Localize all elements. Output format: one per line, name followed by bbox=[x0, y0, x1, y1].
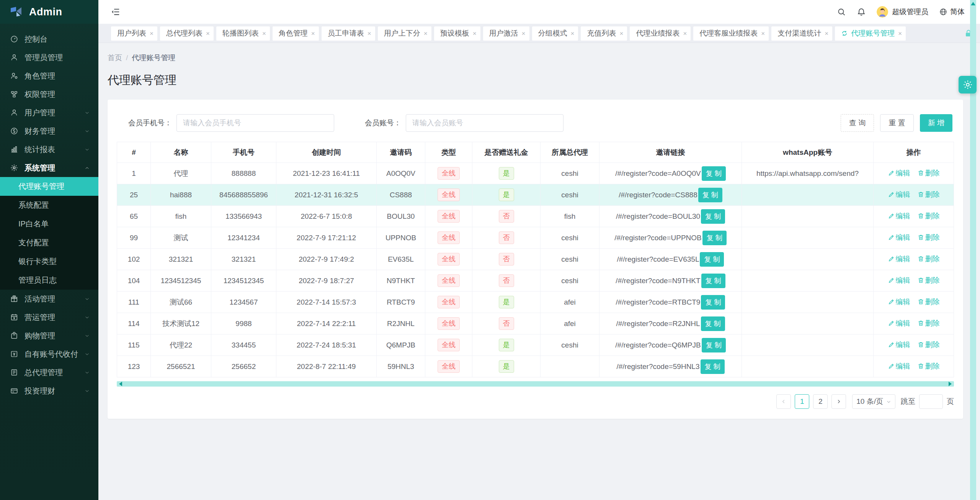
add-button[interactable]: 新 增 bbox=[920, 114, 952, 132]
tab-close-icon[interactable]: × bbox=[522, 30, 526, 37]
tab-close-icon[interactable]: × bbox=[206, 30, 210, 37]
tab-close-icon[interactable]: × bbox=[761, 30, 765, 37]
settings-fab[interactable] bbox=[959, 76, 977, 93]
tab-4[interactable]: 员工申请表× bbox=[322, 26, 375, 41]
sidebar-subitem-2[interactable]: IP白名单 bbox=[0, 215, 98, 233]
sidebar-item-12[interactable]: 总代理管理 bbox=[0, 363, 98, 382]
sidebar-item-0[interactable]: 控制台 bbox=[0, 30, 98, 48]
copy-button[interactable]: 复 制 bbox=[698, 188, 722, 202]
tab-7[interactable]: 用户激活× bbox=[483, 26, 529, 41]
sidebar-item-10[interactable]: 购物管理 bbox=[0, 326, 98, 345]
tab-close-icon[interactable]: × bbox=[619, 30, 623, 37]
tab-5[interactable]: 用户上下分× bbox=[378, 26, 431, 41]
tab-2[interactable]: 轮播图列表× bbox=[216, 26, 270, 41]
sidebar-item-7[interactable]: 系统管理 bbox=[0, 159, 98, 177]
delete-link[interactable]: 删除 bbox=[917, 168, 940, 178]
next-page-button[interactable] bbox=[831, 394, 846, 409]
edit-link[interactable]: 编辑 bbox=[888, 211, 910, 221]
copy-button[interactable]: 复 制 bbox=[702, 166, 726, 181]
copy-button[interactable]: 复 制 bbox=[701, 359, 725, 374]
sidebar-item-5[interactable]: 财务管理 bbox=[0, 122, 98, 140]
tab-12[interactable]: 支付渠道统计× bbox=[771, 26, 832, 41]
sidebar-item-4[interactable]: 用户管理 bbox=[0, 103, 98, 122]
tab-3[interactable]: 角色管理× bbox=[273, 26, 319, 41]
copy-button[interactable]: 复 制 bbox=[701, 209, 725, 224]
sidebar-subitem-0[interactable]: 代理账号管理 bbox=[0, 177, 98, 196]
delete-link[interactable]: 删除 bbox=[917, 254, 940, 264]
delete-link[interactable]: 删除 bbox=[917, 340, 940, 350]
sidebar-subitem-5[interactable]: 管理员日志 bbox=[0, 271, 98, 290]
scroll-up-icon[interactable] bbox=[971, 2, 975, 5]
sidebar-subitem-1[interactable]: 系统配置 bbox=[0, 196, 98, 215]
tab-close-icon[interactable]: × bbox=[311, 30, 315, 37]
delete-link[interactable]: 删除 bbox=[917, 211, 940, 221]
delete-link[interactable]: 删除 bbox=[917, 297, 940, 307]
edit-link[interactable]: 编辑 bbox=[888, 233, 910, 243]
sidebar-item-2[interactable]: 角色管理 bbox=[0, 67, 98, 85]
sidebar-item-6[interactable]: 统计报表 bbox=[0, 140, 98, 159]
prev-page-button[interactable] bbox=[776, 394, 791, 409]
copy-button[interactable]: 复 制 bbox=[701, 274, 725, 288]
tab-9[interactable]: 充值列表× bbox=[581, 26, 627, 41]
jump-page-input[interactable] bbox=[919, 394, 943, 409]
tab-close-icon[interactable]: × bbox=[150, 30, 154, 37]
scroll-left-icon[interactable] bbox=[119, 382, 122, 386]
reset-button[interactable]: 重 置 bbox=[880, 114, 913, 132]
breadcrumb-home[interactable]: 首页 bbox=[108, 53, 122, 63]
tab-close-icon[interactable]: × bbox=[424, 30, 428, 37]
sidebar-item-11[interactable]: 自有账号代收付 bbox=[0, 345, 98, 363]
tab-close-icon[interactable]: × bbox=[571, 30, 575, 37]
account-input[interactable] bbox=[406, 114, 564, 132]
copy-button[interactable]: 复 制 bbox=[701, 295, 725, 310]
query-button[interactable]: 查 询 bbox=[841, 114, 874, 132]
tab-10[interactable]: 代理业绩报表× bbox=[630, 26, 691, 41]
tab-6[interactable]: 预设模板× bbox=[434, 26, 480, 41]
edit-link[interactable]: 编辑 bbox=[888, 361, 910, 371]
tab-close-icon[interactable]: × bbox=[825, 30, 828, 37]
user-menu[interactable]: 超级管理员 bbox=[877, 6, 928, 18]
bell-icon[interactable] bbox=[857, 7, 866, 16]
copy-button[interactable]: 复 制 bbox=[700, 252, 724, 267]
tab-close-icon[interactable]: × bbox=[898, 30, 902, 37]
sidebar-item-8[interactable]: 活动管理 bbox=[0, 290, 98, 308]
edit-link[interactable]: 编辑 bbox=[888, 297, 910, 307]
tab-0[interactable]: 用户列表× bbox=[111, 26, 157, 41]
copy-button[interactable]: 复 制 bbox=[702, 231, 727, 245]
delete-link[interactable]: 删除 bbox=[917, 233, 940, 243]
delete-link[interactable]: 删除 bbox=[917, 361, 940, 371]
tab-close-icon[interactable]: × bbox=[683, 30, 687, 37]
edit-link[interactable]: 编辑 bbox=[888, 190, 910, 200]
vertical-scrollbar[interactable] bbox=[970, 0, 976, 500]
copy-button[interactable]: 复 制 bbox=[702, 338, 726, 352]
scroll-right-icon[interactable] bbox=[949, 382, 952, 386]
delete-link[interactable]: 删除 bbox=[917, 190, 940, 200]
delete-link[interactable]: 删除 bbox=[917, 275, 940, 285]
sidebar-subitem-3[interactable]: 支付配置 bbox=[0, 233, 98, 252]
sidebar-item-9[interactable]: 营运管理 bbox=[0, 308, 98, 326]
delete-link[interactable]: 删除 bbox=[917, 318, 940, 328]
edit-link[interactable]: 编辑 bbox=[888, 275, 910, 285]
page-button-1[interactable]: 1 bbox=[795, 394, 809, 409]
tab-8[interactable]: 分组模式× bbox=[532, 26, 578, 41]
page-size-select[interactable]: 10 条/页 bbox=[852, 394, 895, 409]
sidebar-subitem-4[interactable]: 银行卡类型 bbox=[0, 252, 98, 271]
tab-1[interactable]: 总代理列表× bbox=[160, 26, 214, 41]
search-icon[interactable] bbox=[837, 7, 846, 16]
sidebar-collapse-icon[interactable] bbox=[111, 7, 121, 17]
phone-input[interactable] bbox=[176, 114, 334, 132]
edit-link[interactable]: 编辑 bbox=[888, 340, 910, 350]
page-button-2[interactable]: 2 bbox=[813, 394, 828, 409]
tab-close-icon[interactable]: × bbox=[368, 30, 371, 37]
horizontal-scrollbar[interactable] bbox=[117, 381, 954, 387]
edit-link[interactable]: 编辑 bbox=[888, 168, 910, 178]
tab-close-icon[interactable]: × bbox=[262, 30, 266, 37]
sidebar-item-3[interactable]: 权限管理 bbox=[0, 85, 98, 103]
edit-link[interactable]: 编辑 bbox=[888, 254, 910, 264]
tab-close-icon[interactable]: × bbox=[473, 30, 477, 37]
copy-button[interactable]: 复 制 bbox=[701, 316, 725, 331]
edit-link[interactable]: 编辑 bbox=[888, 318, 910, 328]
sidebar-item-1[interactable]: 管理员管理 bbox=[0, 48, 98, 67]
language-switch[interactable]: 简体 bbox=[939, 7, 965, 17]
sidebar-item-13[interactable]: 投资理财 bbox=[0, 382, 98, 400]
tab-13[interactable]: 代理账号管理× bbox=[835, 26, 906, 41]
